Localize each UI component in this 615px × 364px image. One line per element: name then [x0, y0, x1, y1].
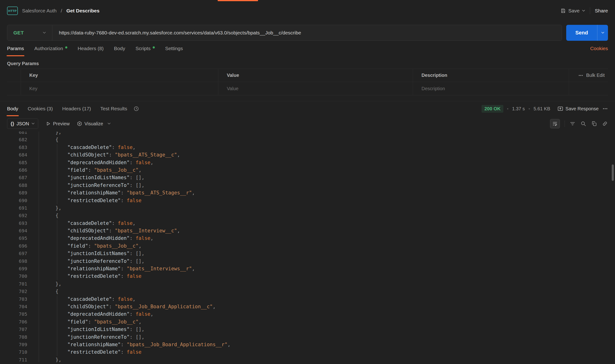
fold-gutter[interactable]: [31, 242, 39, 250]
fold-gutter[interactable]: [31, 132, 39, 136]
tab-authorization[interactable]: Authorization: [34, 41, 67, 56]
indent-guide: [57, 220, 57, 227]
fold-gutter[interactable]: [31, 325, 39, 333]
fold-gutter[interactable]: [31, 151, 39, 159]
response-body-viewer[interactable]: 681 },682 {683 "cascadeDelete": false,68…: [0, 132, 615, 362]
breadcrumb-collection[interactable]: Salesforce Auth: [22, 8, 56, 13]
code-text: "restrictedDelete": false: [39, 273, 615, 280]
fold-gutter[interactable]: [31, 310, 39, 318]
code-text: },: [39, 204, 615, 212]
code-line: 688 "junctionReferenceTo": [],: [0, 182, 615, 189]
search-icon[interactable]: [580, 121, 586, 127]
code-line: 706 "field": "bpats__Job__c",: [0, 318, 615, 325]
http-collection-icon: HTTP: [7, 7, 18, 15]
format-chevron-icon: [31, 122, 35, 125]
cookies-link[interactable]: Cookies: [590, 46, 608, 51]
save-response-icon: [557, 106, 563, 112]
breadcrumb-request-name[interactable]: Get Describes: [66, 8, 99, 13]
param-description-input[interactable]: [421, 86, 569, 91]
fold-gutter[interactable]: [31, 136, 39, 143]
fold-gutter[interactable]: [31, 159, 39, 166]
response-tab-test-results[interactable]: Test Results: [100, 101, 127, 116]
fold-gutter[interactable]: [31, 250, 39, 257]
bulk-edit-button[interactable]: Bulk Edit: [569, 69, 608, 82]
fold-gutter[interactable]: [31, 257, 39, 265]
send-button[interactable]: Send: [566, 25, 608, 41]
viewer-right-actions: [550, 119, 608, 128]
response-tab-body[interactable]: Body: [7, 101, 18, 116]
code-text: {: [39, 136, 615, 143]
indent-guide: [57, 227, 57, 234]
line-number: 702: [0, 288, 31, 295]
response-tab-headers-label: Headers (17): [62, 106, 91, 112]
status-badge[interactable]: 200 OK: [482, 105, 503, 113]
fold-gutter[interactable]: [31, 303, 39, 310]
tab-headers[interactable]: Headers (8): [78, 41, 104, 56]
url-input[interactable]: https://data-ruby-7680-dev-ed.scratch.my…: [52, 25, 562, 40]
filter-icon[interactable]: [570, 121, 576, 127]
viewer-chevron-icon[interactable]: [107, 122, 111, 125]
top-accent-strip: [218, 0, 258, 1]
code-text: "restrictedDelete": false: [39, 197, 615, 204]
send-split-chevron[interactable]: [597, 25, 608, 41]
tab-scripts[interactable]: Scripts: [136, 41, 155, 56]
indent-guide: [57, 197, 57, 204]
copy-icon[interactable]: [591, 121, 597, 127]
param-value-input[interactable]: [227, 86, 413, 91]
share-button[interactable]: Share: [595, 8, 608, 13]
fold-gutter[interactable]: [31, 265, 39, 273]
fold-gutter[interactable]: [31, 318, 39, 325]
breadcrumb: HTTP Salesforce Auth / Get Describes: [7, 7, 99, 15]
fold-gutter[interactable]: [31, 341, 39, 348]
history-icon[interactable]: [133, 106, 139, 112]
save-button[interactable]: Save: [560, 8, 585, 13]
fold-gutter[interactable]: [31, 143, 39, 151]
fold-gutter[interactable]: [31, 356, 39, 362]
fold-gutter[interactable]: [31, 295, 39, 303]
fold-gutter[interactable]: [31, 234, 39, 242]
fold-gutter[interactable]: [31, 204, 39, 212]
code-text: "restrictedDelete": false: [39, 348, 615, 356]
checkbox-column-header: [7, 69, 21, 82]
fold-gutter[interactable]: [31, 348, 39, 356]
fold-gutter[interactable]: [31, 189, 39, 196]
tab-headers-label: Headers (8): [78, 46, 104, 51]
breadcrumb-separator: /: [61, 8, 62, 13]
fold-gutter[interactable]: [31, 166, 39, 174]
code-line: 702 {: [0, 288, 615, 295]
response-tab-headers[interactable]: Headers (17): [62, 101, 91, 116]
fold-gutter[interactable]: [31, 182, 39, 189]
fold-gutter[interactable]: [31, 197, 39, 204]
save-response-button[interactable]: Save Response: [557, 106, 599, 112]
response-tab-cookies[interactable]: Cookies (3): [28, 101, 53, 116]
tab-body[interactable]: Body: [114, 41, 125, 56]
meta-separator-dot: [507, 108, 508, 109]
link-icon[interactable]: [602, 121, 608, 127]
more-options-icon: [578, 73, 583, 78]
param-key-input[interactable]: [29, 86, 218, 91]
visualize-button[interactable]: Visualize: [77, 121, 103, 127]
response-size[interactable]: 5.61 KB: [534, 106, 550, 112]
tab-authorization-label: Authorization: [34, 46, 63, 51]
fold-gutter[interactable]: [31, 273, 39, 280]
response-time[interactable]: 1.37 s: [512, 106, 525, 112]
fold-gutter[interactable]: [31, 220, 39, 227]
fold-gutter[interactable]: [31, 288, 39, 295]
line-number: 693: [0, 220, 31, 227]
format-select[interactable]: {} JSON: [7, 118, 38, 129]
fold-gutter[interactable]: [31, 333, 39, 341]
method-select[interactable]: GET: [7, 25, 52, 40]
fold-gutter[interactable]: [31, 174, 39, 181]
save-chevron-icon[interactable]: [582, 10, 585, 12]
fold-gutter[interactable]: [31, 212, 39, 219]
response-more-icon[interactable]: [602, 106, 608, 112]
tab-settings-label: Settings: [165, 46, 183, 51]
tab-params[interactable]: Params: [7, 41, 24, 56]
scrollbar-thumb[interactable]: [612, 164, 614, 181]
wrap-text-button[interactable]: [550, 119, 560, 128]
tab-settings[interactable]: Settings: [165, 41, 183, 56]
fold-gutter[interactable]: [31, 227, 39, 234]
fold-gutter[interactable]: [31, 280, 39, 288]
line-number: 697: [0, 250, 31, 257]
preview-button[interactable]: Preview: [45, 121, 70, 127]
